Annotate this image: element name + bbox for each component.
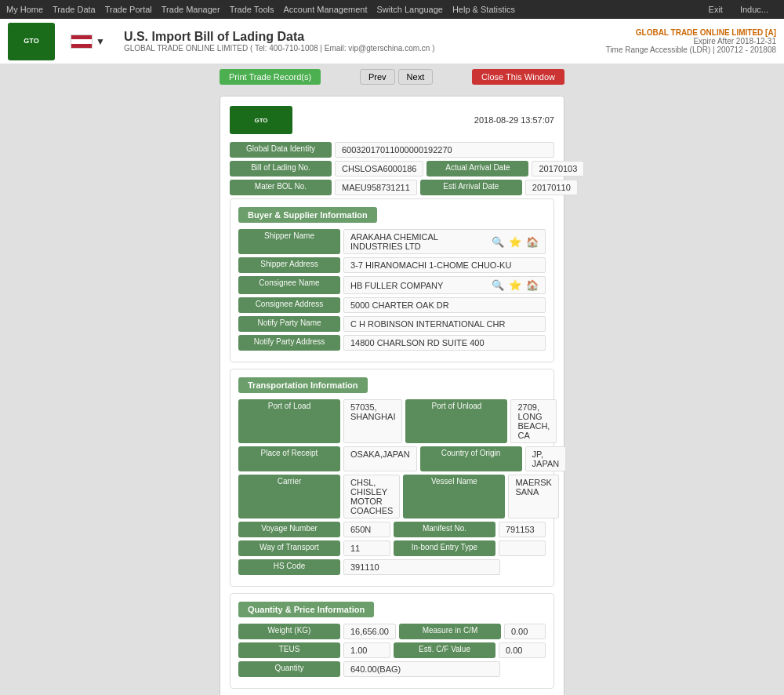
shipper-name-row: Shipper Name ARAKAHA CHEMICAL INDUSTRIES… [238, 229, 546, 254]
nav-exit[interactable]: Exit [709, 5, 723, 14]
voyage-manifest-row: Voyage Number 650N Manifest No. 791153 [238, 522, 546, 537]
place-of-receipt-value: OSAKA,JAPAN [343, 446, 417, 471]
notify-party-address-row: Notify Party Address 14800 CHARLSON RD S… [238, 335, 546, 351]
close-button-top[interactable]: Close This Window [472, 69, 564, 85]
port-of-unload-value: 2709, LONG BEACH, CA [510, 399, 557, 443]
star-icon-2[interactable]: ⭐ [509, 279, 521, 291]
top-right-info: GLOBAL TRADE ONLINE LIMITED [A] Expire A… [606, 28, 776, 54]
print-button-top[interactable]: Print Trade Record(s) [220, 69, 321, 85]
voyage-number-value: 650N [343, 522, 390, 537]
voyage-number-label: Voyage Number [238, 522, 340, 537]
teus-label: TEUS [238, 642, 340, 658]
nav-trade-manager[interactable]: Trade Manager [162, 5, 220, 14]
nav-trade-tools[interactable]: Trade Tools [230, 5, 274, 14]
page-title: U.S. Import Bill of Lading Data [124, 30, 435, 44]
carrier-vessel-row: Carrier CHSL, CHISLEY MOTOR COACHES Vess… [238, 475, 546, 519]
bol-row: Bill of Lading No. CHSLOSA6000186 Actual… [230, 161, 554, 176]
master-bol-row: Mater BOL No. MAEU958731211 Esti Arrival… [230, 180, 554, 195]
card-header: GTO 2018-08-29 13:57:07 [230, 106, 554, 134]
flag-dropdown-icon[interactable]: ▼ [96, 36, 105, 47]
carrier-label: Carrier [238, 475, 340, 519]
notify-party-name-row: Notify Party Name C H ROBINSON INTERNATI… [238, 316, 546, 332]
in-bond-entry-label: In-bond Entry Type [394, 540, 495, 556]
notify-party-address-label: Notify Party Address [238, 335, 340, 351]
consignee-address-row: Consignee Address 5000 CHARTER OAK DR [238, 297, 546, 313]
global-data-row: Global Data Identity 6003201701100000019… [230, 142, 554, 158]
mater-bol-value: MAEU958731211 [335, 180, 417, 195]
quantity-label: Quantity [238, 661, 340, 677]
carrier-value: CHSL, CHISLEY MOTOR COACHES [343, 475, 400, 519]
nav-user: Induc... [740, 5, 768, 14]
nav-account-management[interactable]: Account Management [284, 5, 368, 14]
teus-value: 1.00 [343, 642, 390, 658]
consignee-address-label: Consignee Address [238, 297, 340, 313]
bill-of-lading-label: Bill of Lading No. [230, 161, 332, 176]
us-flag [71, 35, 93, 49]
next-button-top[interactable]: Next [398, 69, 434, 85]
gto-logo-text: GTO [254, 117, 267, 124]
quantity-price-section: Quantity & Price Information Weight (KG)… [230, 593, 554, 689]
gto-logo: GTO [230, 106, 292, 134]
main-content: GTO 2018-08-29 13:57:07 Global Data Iden… [0, 89, 784, 695]
quantity-row: Quantity 640.00(BAG) [238, 661, 546, 677]
bill-of-lading-value: CHSLOSA6000186 [335, 161, 423, 176]
consignee-name-value: HB FULLER COMPANY [350, 281, 487, 290]
record-card: GTO 2018-08-29 13:57:07 Global Data Iden… [220, 96, 564, 695]
logo-box: GTO [8, 23, 55, 60]
est-cif-label: Esti. C/F Value [394, 642, 495, 658]
search-icon-2[interactable]: 🔍 [492, 279, 504, 291]
way-of-transport-label: Way of Transport [238, 540, 340, 556]
quantity-price-header: Quantity & Price Information [238, 602, 374, 617]
transport-inbond-row: Way of Transport 11 In-bond Entry Type [238, 540, 546, 556]
nav-switch-language[interactable]: Switch Language [377, 5, 443, 14]
nav-trade-portal[interactable]: Trade Portal [105, 5, 152, 14]
nav-my-home[interactable]: My Home [6, 5, 43, 14]
prev-button-top[interactable]: Prev [360, 69, 395, 85]
consignee-name-label: Consignee Name [238, 276, 340, 294]
mater-bol-label: Mater BOL No. [230, 180, 332, 195]
flag-area: ▼ [71, 35, 105, 49]
gto-logo-box: GTO [230, 106, 292, 134]
weight-label: Weight (KG) [238, 624, 340, 639]
home-icon-2[interactable]: 🏠 [526, 279, 539, 291]
nav-buttons-top: Prev Next [360, 69, 433, 85]
port-load-unload-row: Port of Load 57035, SHANGHAI Port of Unl… [238, 399, 546, 443]
country-of-origin-label: Country of Origin [420, 446, 522, 471]
manifest-no-label: Manifest No. [394, 522, 495, 537]
nav-trade-data[interactable]: Trade Data [53, 5, 96, 14]
port-of-unload-label: Port of Unload [405, 399, 507, 443]
place-of-receipt-label: Place of Receipt [238, 446, 340, 471]
hs-code-row: HS Code 391110 [238, 559, 546, 575]
header-bar: GTO ▼ U.S. Import Bill of Lading Data GL… [0, 19, 784, 64]
actual-arrival-value: 20170103 [532, 161, 584, 176]
quantity-value: 640.00(BAG) [343, 661, 500, 677]
consignee-name-value-area: HB FULLER COMPANY 🔍 ⭐ 🏠 [343, 276, 546, 294]
time-range-info: Time Range Accessible (LDR) | 200712 - 2… [606, 45, 776, 54]
hs-code-value: 391110 [343, 559, 500, 575]
shipper-address-label: Shipper Address [238, 257, 340, 273]
star-icon[interactable]: ⭐ [509, 236, 521, 248]
shipper-name-label: Shipper Name [238, 229, 340, 254]
port-of-load-label: Port of Load [238, 399, 340, 443]
page-title-area: U.S. Import Bill of Lading Data GLOBAL T… [124, 30, 435, 53]
nav-help-statistics[interactable]: Help & Statistics [452, 5, 515, 14]
weight-measure-row: Weight (KG) 16,656.00 Measure in C/M 0.0… [238, 624, 546, 639]
shipper-address-value: 3-7 HIRANOMACHI 1-CHOME CHUO-KU [343, 257, 546, 273]
teus-est-cif-row: TEUS 1.00 Esti. C/F Value 0.00 [238, 642, 546, 658]
vessel-name-label: Vessel Name [403, 475, 505, 519]
est-cif-value: 0.00 [499, 642, 546, 658]
receipt-origin-row: Place of Receipt OSAKA,JAPAN Country of … [238, 446, 546, 471]
global-data-identity-label: Global Data Identity [230, 142, 332, 158]
action-bar-top: Print Trade Record(s) Prev Next Close Th… [0, 64, 784, 89]
buyer-supplier-header: Buyer & Supplier Information [238, 207, 377, 223]
actual-arrival-label: Actual Arrival Date [426, 161, 528, 176]
notify-party-address-value: 14800 CHARLSON RD SUITE 400 [343, 335, 546, 351]
search-icon[interactable]: 🔍 [492, 236, 504, 248]
home-icon[interactable]: 🏠 [526, 236, 539, 248]
shipper-address-row: Shipper Address 3-7 HIRANOMACHI 1-CHOME … [238, 257, 546, 273]
logo-text: GTO [24, 37, 38, 45]
logo-area: GTO ▼ U.S. Import Bill of Lading Data GL… [8, 23, 435, 60]
expire-info: Expire After 2018-12-31 [606, 37, 776, 45]
esti-arrival-label: Esti Arrival Date [420, 180, 522, 195]
transportation-section: Transportation Information Port of Load … [230, 369, 554, 587]
